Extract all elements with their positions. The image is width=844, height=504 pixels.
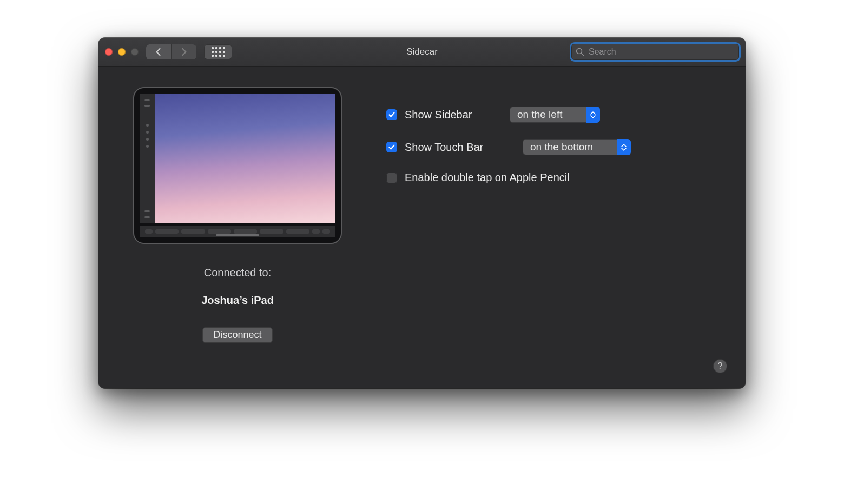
connected-to-label: Connected to: xyxy=(204,267,272,279)
sidebar-position-value: on the left xyxy=(510,109,586,121)
back-button[interactable] xyxy=(146,44,171,59)
updown-icon xyxy=(586,107,600,123)
preferences-window: Sidecar xyxy=(98,38,746,388)
svg-line-1 xyxy=(582,54,584,56)
window-controls xyxy=(105,48,139,56)
titlebar: Sidecar xyxy=(98,38,746,67)
device-name: Joshua’s iPad xyxy=(201,294,274,307)
search-icon xyxy=(576,48,584,56)
device-panel: Connected to: Joshua’s iPad Disconnect xyxy=(121,87,354,373)
zoom-button[interactable] xyxy=(131,48,139,56)
show-sidebar-label: Show Sidebar xyxy=(405,109,502,121)
option-double-tap: Enable double tap on Apple Pencil xyxy=(386,171,723,184)
updown-icon xyxy=(617,139,631,155)
grid-icon xyxy=(212,47,225,57)
check-icon xyxy=(388,111,395,118)
chevron-right-icon xyxy=(181,48,187,56)
nav-buttons xyxy=(146,44,196,59)
search-input[interactable] xyxy=(588,47,735,57)
search-field[interactable] xyxy=(571,44,739,60)
show-sidebar-checkbox[interactable] xyxy=(386,109,397,120)
show-touch-bar-label: Show Touch Bar xyxy=(405,141,515,154)
options-panel: Show Sidebar on the left xyxy=(386,87,723,373)
touch-bar-position-popup[interactable]: on the bottom xyxy=(523,139,631,155)
preview-screen xyxy=(155,94,335,223)
content-area: Connected to: Joshua’s iPad Disconnect S… xyxy=(98,67,746,388)
double-tap-checkbox[interactable] xyxy=(386,173,397,183)
help-button[interactable]: ? xyxy=(713,359,727,373)
option-show-sidebar: Show Sidebar on the left xyxy=(386,107,723,123)
chevron-left-icon xyxy=(155,48,162,56)
show-touch-bar-checkbox[interactable] xyxy=(386,142,397,152)
forward-button[interactable] xyxy=(171,44,196,59)
ipad-preview xyxy=(133,87,342,244)
option-show-touch-bar: Show Touch Bar on the bottom xyxy=(386,139,723,155)
show-all-button[interactable] xyxy=(204,44,232,59)
disconnect-button[interactable]: Disconnect xyxy=(202,327,272,343)
preview-sidebar xyxy=(140,94,155,223)
close-button[interactable] xyxy=(105,48,113,56)
check-icon xyxy=(388,143,395,151)
sidebar-position-popup[interactable]: on the left xyxy=(510,107,600,123)
minimize-button[interactable] xyxy=(118,48,126,56)
double-tap-label: Enable double tap on Apple Pencil xyxy=(405,171,570,184)
touch-bar-position-value: on the bottom xyxy=(523,141,617,153)
preview-touchbar xyxy=(140,226,335,237)
